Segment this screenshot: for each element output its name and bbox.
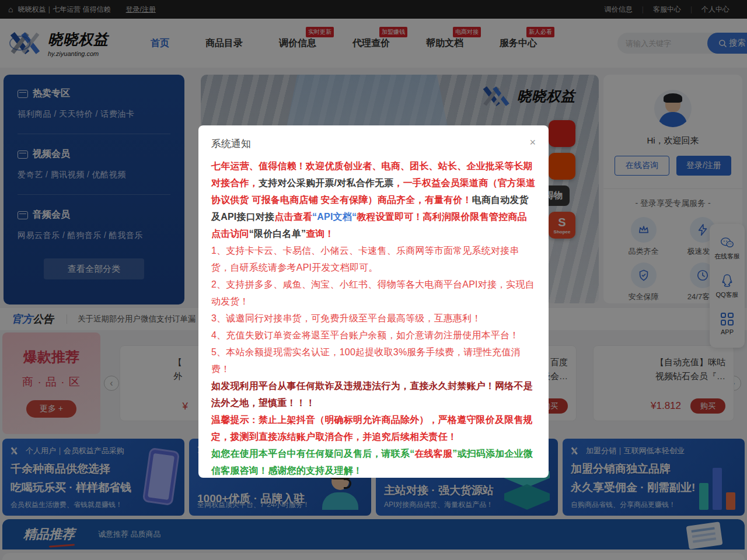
notice-item-4: 4、充值失败订单资金将退至平台账户余额，如介意请勿注册使用本平台！: [211, 327, 536, 344]
notice-item-5: 5、本站余额提现需实名认证，100起提收取3%服务手续费，请理性充值消费！: [211, 344, 536, 377]
notice-item-1: 1、支持卡卡云、卡易信、小储云、卡速售、乐商网等市面常见系统对接串货，自研系统请…: [211, 242, 536, 276]
notice-item-3: 3、诚邀同行对接串货，可免费升级至平台最高等级，互惠惠利！: [211, 310, 536, 327]
modal-title: 系统通知: [211, 137, 251, 150]
notice-warning: 如发现利用平台从事任何欺诈及违规违法行为，直接永久封禁账户！网络不是法外之地，望…: [211, 377, 536, 411]
system-notice-modal: 系统通知 × 七年运营、值得信赖！欢迎优质创业者、电商、团长、站长、企业批采等长…: [198, 125, 549, 478]
notice-paragraph: 七年运营、值得信赖！欢迎优质创业者、电商、团长、站长、企业批采等长期对接合作，支…: [211, 158, 536, 242]
modal-close-icon[interactable]: ×: [529, 137, 536, 148]
notice-contact: 如您在使用本平台中有任何疑问及售后，请联系“在线客服”或扫码添加企业微信客服咨询…: [211, 445, 536, 478]
modal-body: 七年运营、值得信赖！欢迎优质创业者、电商、团长、站长、企业批采等长期对接合作，支…: [211, 158, 536, 478]
notice-tip: 温馨提示：禁止上架抖音（明确标明允许商品除外），严格遵守限价及限售规定，拨测到直…: [211, 411, 536, 445]
api-doc-link[interactable]: “API文档“: [312, 212, 357, 222]
notice-item-2: 2、支持拼多多、咸鱼、淘宝、小红书、得物等各大电商平台API对接，实现自动发货！: [211, 276, 536, 310]
